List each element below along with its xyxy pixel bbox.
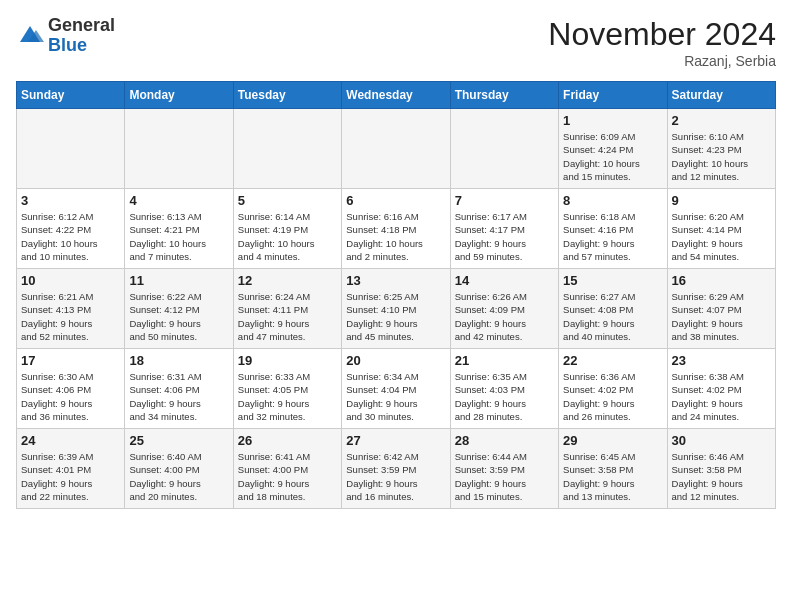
calendar-day-cell: 26Sunrise: 6:41 AM Sunset: 4:00 PM Dayli… — [233, 429, 341, 509]
month-title: November 2024 — [548, 16, 776, 53]
day-number: 7 — [455, 193, 554, 208]
weekday-header-cell: Friday — [559, 82, 667, 109]
day-info: Sunrise: 6:25 AM Sunset: 4:10 PM Dayligh… — [346, 290, 445, 343]
day-info: Sunrise: 6:16 AM Sunset: 4:18 PM Dayligh… — [346, 210, 445, 263]
day-number: 8 — [563, 193, 662, 208]
day-info: Sunrise: 6:36 AM Sunset: 4:02 PM Dayligh… — [563, 370, 662, 423]
calendar-day-cell: 10Sunrise: 6:21 AM Sunset: 4:13 PM Dayli… — [17, 269, 125, 349]
calendar-week-row: 1Sunrise: 6:09 AM Sunset: 4:24 PM Daylig… — [17, 109, 776, 189]
day-info: Sunrise: 6:44 AM Sunset: 3:59 PM Dayligh… — [455, 450, 554, 503]
weekday-header-cell: Sunday — [17, 82, 125, 109]
calendar-table: SundayMondayTuesdayWednesdayThursdayFrid… — [16, 81, 776, 509]
day-number: 22 — [563, 353, 662, 368]
calendar-day-cell: 11Sunrise: 6:22 AM Sunset: 4:12 PM Dayli… — [125, 269, 233, 349]
day-info: Sunrise: 6:42 AM Sunset: 3:59 PM Dayligh… — [346, 450, 445, 503]
day-number: 15 — [563, 273, 662, 288]
day-number: 23 — [672, 353, 771, 368]
calendar-day-cell: 4Sunrise: 6:13 AM Sunset: 4:21 PM Daylig… — [125, 189, 233, 269]
calendar-day-cell: 27Sunrise: 6:42 AM Sunset: 3:59 PM Dayli… — [342, 429, 450, 509]
calendar-day-cell — [17, 109, 125, 189]
day-info: Sunrise: 6:31 AM Sunset: 4:06 PM Dayligh… — [129, 370, 228, 423]
day-number: 28 — [455, 433, 554, 448]
calendar-day-cell: 21Sunrise: 6:35 AM Sunset: 4:03 PM Dayli… — [450, 349, 558, 429]
day-number: 3 — [21, 193, 120, 208]
calendar-day-cell: 20Sunrise: 6:34 AM Sunset: 4:04 PM Dayli… — [342, 349, 450, 429]
day-info: Sunrise: 6:24 AM Sunset: 4:11 PM Dayligh… — [238, 290, 337, 343]
day-number: 9 — [672, 193, 771, 208]
day-number: 12 — [238, 273, 337, 288]
day-number: 11 — [129, 273, 228, 288]
calendar-day-cell: 7Sunrise: 6:17 AM Sunset: 4:17 PM Daylig… — [450, 189, 558, 269]
calendar-week-row: 10Sunrise: 6:21 AM Sunset: 4:13 PM Dayli… — [17, 269, 776, 349]
day-number: 6 — [346, 193, 445, 208]
calendar-day-cell: 17Sunrise: 6:30 AM Sunset: 4:06 PM Dayli… — [17, 349, 125, 429]
day-info: Sunrise: 6:27 AM Sunset: 4:08 PM Dayligh… — [563, 290, 662, 343]
day-number: 29 — [563, 433, 662, 448]
logo: General Blue — [16, 16, 115, 56]
weekday-header-cell: Monday — [125, 82, 233, 109]
day-info: Sunrise: 6:10 AM Sunset: 4:23 PM Dayligh… — [672, 130, 771, 183]
day-number: 30 — [672, 433, 771, 448]
day-info: Sunrise: 6:35 AM Sunset: 4:03 PM Dayligh… — [455, 370, 554, 423]
calendar-day-cell: 13Sunrise: 6:25 AM Sunset: 4:10 PM Dayli… — [342, 269, 450, 349]
day-info: Sunrise: 6:34 AM Sunset: 4:04 PM Dayligh… — [346, 370, 445, 423]
day-number: 10 — [21, 273, 120, 288]
day-info: Sunrise: 6:21 AM Sunset: 4:13 PM Dayligh… — [21, 290, 120, 343]
calendar-day-cell — [450, 109, 558, 189]
weekday-header-cell: Tuesday — [233, 82, 341, 109]
day-info: Sunrise: 6:45 AM Sunset: 3:58 PM Dayligh… — [563, 450, 662, 503]
weekday-header-cell: Wednesday — [342, 82, 450, 109]
logo-text: General Blue — [48, 16, 115, 56]
day-number: 21 — [455, 353, 554, 368]
day-number: 4 — [129, 193, 228, 208]
day-number: 20 — [346, 353, 445, 368]
calendar-day-cell: 29Sunrise: 6:45 AM Sunset: 3:58 PM Dayli… — [559, 429, 667, 509]
day-info: Sunrise: 6:20 AM Sunset: 4:14 PM Dayligh… — [672, 210, 771, 263]
day-number: 25 — [129, 433, 228, 448]
day-info: Sunrise: 6:26 AM Sunset: 4:09 PM Dayligh… — [455, 290, 554, 343]
day-info: Sunrise: 6:14 AM Sunset: 4:19 PM Dayligh… — [238, 210, 337, 263]
calendar-day-cell: 16Sunrise: 6:29 AM Sunset: 4:07 PM Dayli… — [667, 269, 775, 349]
day-info: Sunrise: 6:30 AM Sunset: 4:06 PM Dayligh… — [21, 370, 120, 423]
calendar-day-cell: 12Sunrise: 6:24 AM Sunset: 4:11 PM Dayli… — [233, 269, 341, 349]
calendar-week-row: 17Sunrise: 6:30 AM Sunset: 4:06 PM Dayli… — [17, 349, 776, 429]
calendar-week-row: 24Sunrise: 6:39 AM Sunset: 4:01 PM Dayli… — [17, 429, 776, 509]
day-number: 13 — [346, 273, 445, 288]
calendar-day-cell: 24Sunrise: 6:39 AM Sunset: 4:01 PM Dayli… — [17, 429, 125, 509]
calendar-day-cell: 22Sunrise: 6:36 AM Sunset: 4:02 PM Dayli… — [559, 349, 667, 429]
calendar-day-cell: 18Sunrise: 6:31 AM Sunset: 4:06 PM Dayli… — [125, 349, 233, 429]
location-subtitle: Razanj, Serbia — [548, 53, 776, 69]
day-number: 18 — [129, 353, 228, 368]
calendar-day-cell: 15Sunrise: 6:27 AM Sunset: 4:08 PM Dayli… — [559, 269, 667, 349]
calendar-day-cell: 3Sunrise: 6:12 AM Sunset: 4:22 PM Daylig… — [17, 189, 125, 269]
calendar-day-cell: 19Sunrise: 6:33 AM Sunset: 4:05 PM Dayli… — [233, 349, 341, 429]
weekday-header-cell: Saturday — [667, 82, 775, 109]
day-info: Sunrise: 6:17 AM Sunset: 4:17 PM Dayligh… — [455, 210, 554, 263]
day-info: Sunrise: 6:33 AM Sunset: 4:05 PM Dayligh… — [238, 370, 337, 423]
day-number: 27 — [346, 433, 445, 448]
day-info: Sunrise: 6:12 AM Sunset: 4:22 PM Dayligh… — [21, 210, 120, 263]
day-number: 24 — [21, 433, 120, 448]
title-block: November 2024 Razanj, Serbia — [548, 16, 776, 69]
calendar-day-cell: 8Sunrise: 6:18 AM Sunset: 4:16 PM Daylig… — [559, 189, 667, 269]
day-number: 14 — [455, 273, 554, 288]
day-info: Sunrise: 6:39 AM Sunset: 4:01 PM Dayligh… — [21, 450, 120, 503]
day-info: Sunrise: 6:29 AM Sunset: 4:07 PM Dayligh… — [672, 290, 771, 343]
day-number: 1 — [563, 113, 662, 128]
day-number: 26 — [238, 433, 337, 448]
day-number: 17 — [21, 353, 120, 368]
calendar-day-cell: 25Sunrise: 6:40 AM Sunset: 4:00 PM Dayli… — [125, 429, 233, 509]
day-info: Sunrise: 6:46 AM Sunset: 3:58 PM Dayligh… — [672, 450, 771, 503]
day-info: Sunrise: 6:40 AM Sunset: 4:00 PM Dayligh… — [129, 450, 228, 503]
calendar-week-row: 3Sunrise: 6:12 AM Sunset: 4:22 PM Daylig… — [17, 189, 776, 269]
calendar-day-cell: 1Sunrise: 6:09 AM Sunset: 4:24 PM Daylig… — [559, 109, 667, 189]
calendar-day-cell: 23Sunrise: 6:38 AM Sunset: 4:02 PM Dayli… — [667, 349, 775, 429]
day-info: Sunrise: 6:22 AM Sunset: 4:12 PM Dayligh… — [129, 290, 228, 343]
day-number: 2 — [672, 113, 771, 128]
calendar-day-cell: 5Sunrise: 6:14 AM Sunset: 4:19 PM Daylig… — [233, 189, 341, 269]
day-info: Sunrise: 6:38 AM Sunset: 4:02 PM Dayligh… — [672, 370, 771, 423]
day-info: Sunrise: 6:41 AM Sunset: 4:00 PM Dayligh… — [238, 450, 337, 503]
calendar-day-cell: 9Sunrise: 6:20 AM Sunset: 4:14 PM Daylig… — [667, 189, 775, 269]
calendar-day-cell: 6Sunrise: 6:16 AM Sunset: 4:18 PM Daylig… — [342, 189, 450, 269]
day-number: 19 — [238, 353, 337, 368]
